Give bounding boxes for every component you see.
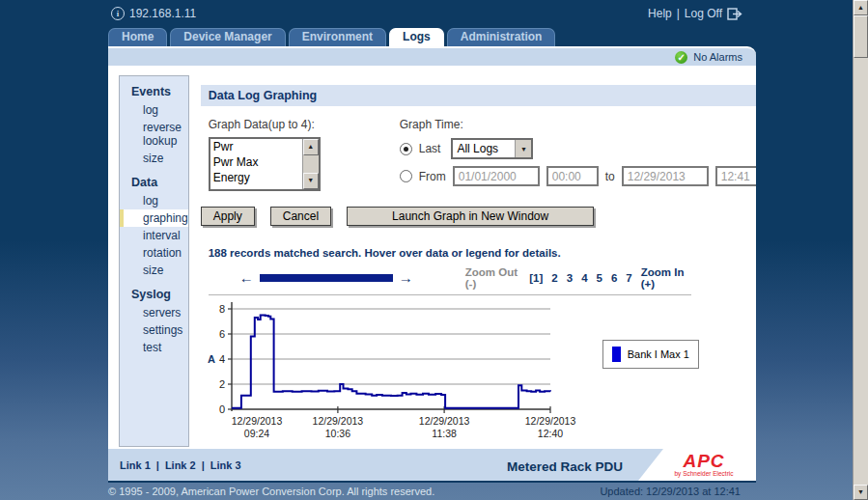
page-title: Data Log Graphing — [201, 85, 756, 106]
pan-right-arrow-icon[interactable]: → — [399, 273, 413, 283]
svg-text:12/29/201310:36: 12/29/201310:36 — [312, 415, 363, 439]
tab-device-manager[interactable]: Device Manager — [170, 28, 285, 46]
listbox-option-pwr[interactable]: Pwr — [210, 139, 302, 154]
zoom-level-6[interactable]: 6 — [611, 272, 617, 284]
zoom-level-1[interactable]: [1] — [529, 272, 543, 284]
apc-logo: APC — [683, 454, 724, 469]
svg-text:8: 8 — [219, 303, 225, 315]
tab-bar: HomeDevice ManagerEnvironmentLogsAdminis… — [108, 28, 555, 46]
listbox-option-energy[interactable]: Energy — [210, 170, 302, 185]
last-range-value: All Logs — [453, 142, 515, 155]
cancel-button[interactable]: Cancel — [270, 207, 331, 226]
tab-administration[interactable]: Administration — [447, 28, 556, 46]
chart-legend[interactable]: Bank I Max 1 — [602, 340, 699, 369]
sidebar-item-data-log[interactable]: log — [120, 192, 188, 209]
graph-time-last-row: Last All Logs ▼ — [400, 138, 756, 159]
top-bar: i 192.168.1.11 Help | Log Off — [108, 0, 742, 27]
to-date-input[interactable] — [622, 166, 709, 186]
to-time-input[interactable] — [715, 166, 756, 186]
svg-text:12/29/201309:24: 12/29/201309:24 — [231, 415, 282, 439]
from-time-input[interactable] — [546, 166, 599, 186]
listbox-option-pwr-max[interactable]: Pwr Max — [210, 154, 302, 170]
graph-time-label: Graph Time: — [400, 118, 756, 131]
scroll-down-icon[interactable]: ▼ — [854, 485, 868, 500]
device-ip: 192.168.1.11 — [129, 7, 196, 20]
svg-text:0: 0 — [219, 403, 225, 415]
sidebar-section-data: Data — [120, 167, 188, 192]
to-label: to — [605, 170, 615, 183]
zoom-level-2[interactable]: 2 — [551, 272, 557, 284]
log-off-icon[interactable] — [727, 8, 742, 20]
sidebar-item-events-reverse-lookup[interactable]: reverse lookup — [120, 119, 188, 150]
footer-links: Link 1|Link 2|Link 3 — [120, 459, 241, 471]
zoom-levels: [1]234567 — [529, 272, 632, 284]
vertical-scrollbar[interactable]: ▲ ▼ — [853, 0, 868, 500]
footer-link-link-2[interactable]: Link 2 — [165, 459, 196, 471]
alarm-status-bar: ✓ No Alarms — [108, 46, 756, 66]
sidebar-item-syslog-servers[interactable]: servers — [120, 304, 188, 321]
pan-left-arrow-icon[interactable]: ← — [239, 273, 254, 283]
chart-area: 02468A12/29/201309:2412/29/201310:3612/2… — [201, 297, 756, 442]
brand-area: APC by Schneider Electric — [638, 449, 756, 481]
zoom-out-link[interactable]: Zoom Out (-) — [465, 266, 521, 290]
graph-data-options: PwrPwr MaxEnergy — [210, 139, 302, 189]
sidebar-item-events-log[interactable]: log — [120, 101, 188, 119]
launch-graph-button[interactable]: Launch Graph in New Window — [347, 207, 594, 226]
tab-home[interactable]: Home — [108, 28, 167, 46]
sidebar-item-data-interval[interactable]: interval — [120, 227, 188, 244]
sidebar-item-syslog-test[interactable]: test — [120, 339, 188, 356]
legend-marker-icon — [612, 347, 621, 362]
pan-scrollbar-thumb[interactable] — [260, 274, 393, 282]
help-link[interactable]: Help — [648, 7, 672, 20]
zoom-in-link[interactable]: Zoom In (+) — [641, 266, 691, 290]
zoom-level-3[interactable]: 3 — [567, 272, 573, 284]
listbox-scroll-down-icon[interactable]: ▼ — [303, 173, 319, 189]
sidebar-section-events: Events — [120, 76, 188, 101]
copyright-text: © 1995 - 2009, American Power Conversion… — [108, 486, 434, 497]
from-date-input[interactable] — [453, 166, 540, 186]
footer-link-link-3[interactable]: Link 3 — [210, 459, 241, 471]
listbox-scroll-up-icon[interactable]: ▲ — [303, 139, 319, 155]
info-icon: i — [111, 7, 125, 20]
sidebar-item-data-graphing[interactable]: graphing — [120, 209, 188, 227]
session-links-divider: | — [677, 7, 680, 20]
tab-logs[interactable]: Logs — [389, 28, 444, 46]
zoom-level-7[interactable]: 7 — [626, 272, 631, 284]
main-panel: Data Log Graphing Graph Data(up to 4): P… — [189, 66, 756, 449]
svg-text:4: 4 — [219, 353, 225, 365]
last-radio[interactable] — [400, 143, 412, 155]
sidebar-item-events-size[interactable]: size — [120, 150, 188, 167]
graph-data-label: Graph Data(up to 4): — [209, 118, 371, 131]
footer-link-link-1[interactable]: Link 1 — [120, 459, 151, 471]
tab-environment[interactable]: Environment — [289, 28, 386, 46]
data-log-chart[interactable]: 02468A12/29/201309:2412/29/201310:3612/2… — [201, 297, 587, 442]
graph-toolbar: ← → Zoom Out (-) [1]234567 Zoom In (+) — [209, 266, 691, 295]
zoom-controls: Zoom Out (-) [1]234567 Zoom In (+) — [465, 266, 691, 290]
from-label: From — [419, 170, 446, 183]
listbox-scrollbar[interactable]: ▲ ▼ — [302, 139, 319, 189]
svg-text:12/29/201312:40: 12/29/201312:40 — [524, 415, 575, 439]
last-label: Last — [419, 142, 441, 155]
alarm-status-text: No Alarms — [693, 51, 742, 63]
graph-data-column: Graph Data(up to 4): PwrPwr MaxEnergy ▲ … — [209, 118, 371, 191]
graph-time-from-row: From to — [400, 166, 756, 186]
bottom-bar: © 1995 - 2009, American Power Conversion… — [108, 486, 741, 497]
svg-text:A: A — [208, 353, 215, 365]
updated-text: Updated: 12/29/2013 at 12:41 — [600, 486, 741, 497]
sidebar-nav: Eventslogreverse lookupsizeDataloggraphi… — [119, 75, 189, 447]
chevron-down-icon[interactable]: ▼ — [515, 140, 531, 157]
page: i 192.168.1.11 Help | Log Off HomeDevice… — [0, 0, 868, 500]
apc-tagline: by Schneider Electric — [674, 470, 733, 477]
zoom-level-5[interactable]: 5 — [597, 272, 602, 284]
sidebar-item-syslog-settings[interactable]: settings — [120, 321, 188, 339]
sidebar-item-data-size[interactable]: size — [120, 262, 188, 279]
scrollbar-thumb[interactable] — [854, 15, 868, 58]
last-range-select[interactable]: All Logs ▼ — [451, 138, 533, 159]
graph-data-listbox[interactable]: PwrPwr MaxEnergy ▲ ▼ — [209, 137, 321, 191]
zoom-level-4[interactable]: 4 — [581, 272, 587, 284]
log-off-link[interactable]: Log Off — [685, 7, 722, 20]
apply-button[interactable]: Apply — [201, 207, 255, 226]
scroll-up-icon[interactable]: ▲ — [854, 0, 868, 15]
sidebar-item-data-rotation[interactable]: rotation — [120, 244, 188, 262]
from-radio[interactable] — [400, 170, 412, 182]
